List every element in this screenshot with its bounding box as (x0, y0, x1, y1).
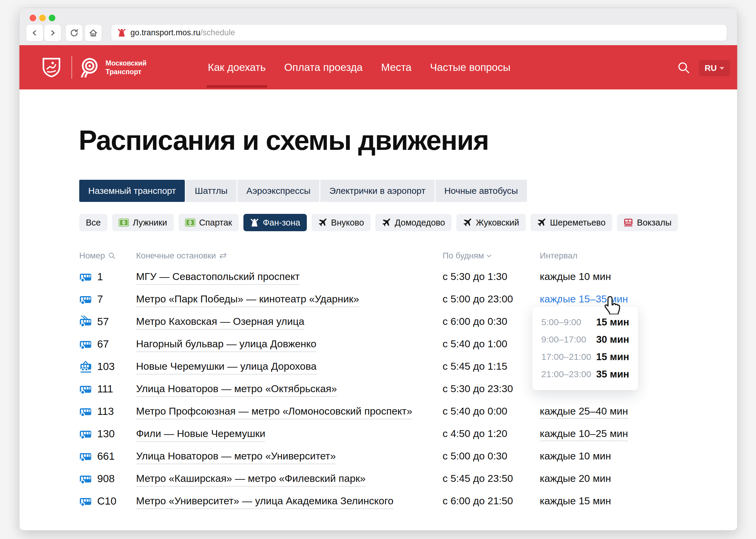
header-weekdays[interactable]: По будням (443, 251, 540, 261)
tooltip-time-range: 5:00–9:00 (541, 317, 581, 327)
route-weekday-hours: с 5:00 до 0:30 (443, 450, 540, 462)
route-number: 130 (97, 428, 114, 440)
filter-vnukovo[interactable]: Внуково (312, 214, 370, 231)
route-weekday-hours: с 5:30 до 1:30 (443, 271, 540, 282)
table-row: С10 Метро «Университет» — улица Академик… (79, 490, 656, 512)
route-interval: каждые 10 мин (540, 271, 611, 282)
home-icon (89, 28, 98, 38)
close-window-button[interactable] (30, 15, 36, 21)
fan-icon (250, 218, 259, 227)
route-stops-link[interactable]: Нагорный бульвар — улица Довженко (136, 338, 316, 352)
bus-icon (79, 450, 92, 463)
filter-luzhniki[interactable]: Лужники (112, 214, 174, 231)
route-stops-link[interactable]: Метро «Университет» — улица Академика Зе… (136, 495, 394, 509)
tooltip-time-range: 21:00–23:00 (541, 369, 591, 379)
nav-item-how-to-get[interactable]: Как доехать (208, 45, 266, 89)
filter-all[interactable]: Все (79, 214, 107, 231)
transport-tabs: Наземный транспорт Шаттлы Аэроэкспрессы … (79, 180, 527, 202)
browser-home-button[interactable] (85, 24, 102, 41)
url-bar[interactable]: go.transport.mos.ru/schedule (111, 24, 727, 41)
site-header: Московский Транспорт Как доехать Оплата … (20, 45, 737, 89)
filter-zhukovsky[interactable]: Жуковский (456, 214, 526, 231)
route-number: 908 (97, 473, 114, 485)
route-number: 7 (97, 293, 103, 305)
filter-sheremetyevo[interactable]: Шереметьево (531, 214, 612, 231)
filter-spartak[interactable]: Спартак (179, 214, 239, 231)
maximize-window-button[interactable] (49, 15, 55, 21)
brand-line-1: Московский (106, 59, 147, 68)
bus-icon (79, 427, 92, 440)
nav-item-places[interactable]: Места (381, 45, 412, 89)
bus-icon (79, 382, 92, 395)
mouse-cursor-hand-icon (603, 295, 622, 314)
stadium-icon (119, 219, 129, 226)
filter-chips: Все Лужники Спартак Фан-зона Внуково Дом… (79, 214, 678, 231)
filter-rail-terminals[interactable]: Вокзалы (617, 214, 678, 231)
route-weekday-hours: с 4:50 до 1:20 (443, 428, 540, 439)
chevron-down-icon (487, 255, 491, 257)
plane-icon (318, 218, 327, 227)
browser-forward-button[interactable] (44, 24, 61, 41)
route-stops-link[interactable]: Метро Профсоюзная — метро «Ломоносовский… (136, 405, 413, 420)
route-interval: каждые 20 мин (540, 473, 611, 484)
bus-icon (79, 405, 92, 418)
header-number: Номер (79, 251, 136, 261)
browser-reload-button[interactable] (65, 24, 83, 41)
bus-icon (79, 270, 92, 283)
swap-direction-icon[interactable] (219, 253, 227, 259)
train-icon (624, 218, 633, 227)
header-terminal-stops: Конечные остановки (136, 251, 443, 261)
route-stops-link[interactable]: Метро «Парк Победы» — кинотеатр «Ударник… (136, 293, 359, 307)
reload-icon (69, 28, 79, 38)
route-interval: каждые 10 мин (540, 450, 611, 462)
nav-item-fare-payment[interactable]: Оплата проезда (284, 45, 363, 89)
minimize-window-button[interactable] (39, 15, 46, 21)
tooltip-row: 5:00–9:00 15 мин (541, 313, 629, 331)
route-stops-link[interactable]: Улица Новаторов — метро «Октябрьская» (136, 383, 337, 397)
route-weekday-hours: с 5:45 до 1:15 (443, 360, 540, 372)
route-interval-link[interactable]: каждые 10–25 мин (540, 428, 628, 441)
route-stops-link[interactable]: МГУ — Севастопольский проспект (136, 271, 300, 285)
route-stops-link[interactable]: Фили — Новые Черемушки (136, 428, 265, 442)
route-interval: каждые 15 мин (540, 495, 611, 506)
plane-icon (537, 218, 546, 227)
url-path: /schedule (200, 28, 235, 38)
route-interval-link[interactable]: каждые 25–40 мин (540, 405, 628, 419)
search-number-icon[interactable] (108, 252, 116, 260)
route-weekday-hours: с 5:40 до 1:00 (443, 338, 540, 350)
route-stops-link[interactable]: Метро Каховская — Озерная улица (136, 316, 304, 330)
route-weekday-hours: с 5:45 до 23:50 (443, 473, 540, 484)
plane-icon (382, 218, 391, 227)
route-number: 103 (97, 360, 114, 372)
tab-night-buses[interactable]: Ночные автобусы (435, 180, 527, 202)
tooltip-interval-value: 30 мин (596, 334, 629, 345)
filter-fan-zone[interactable]: Фан-зона (244, 214, 307, 231)
nav-item-faq[interactable]: Частые вопросы (430, 45, 510, 89)
header-interval: Интервал (540, 251, 656, 261)
tooltip-interval-value: 15 мин (596, 351, 629, 362)
route-stops-link[interactable]: Новые Черемушки — улица Дорохова (136, 360, 316, 374)
site-favicon-fan-icon (117, 28, 126, 37)
search-icon[interactable] (677, 61, 691, 74)
table-row: 130 Фили — Новые Черемушки с 4:50 до 1:2… (79, 423, 656, 445)
tab-shuttles[interactable]: Шаттлы (186, 180, 236, 202)
browser-back-button[interactable] (26, 24, 43, 41)
main-nav: Как доехать Оплата проезда Места Частые … (208, 45, 510, 89)
route-weekday-hours: с 5:30 до 23:30 (443, 383, 540, 395)
table-row: 661 Улица Новаторов — метро «Университет… (79, 445, 656, 467)
screenshot-stage: go.transport.mos.ru/schedule Московский … (0, 0, 756, 539)
route-stops-link[interactable]: Улица Новаторов — метро «Университет» (136, 450, 336, 464)
route-number: 661 (97, 450, 114, 462)
language-selector[interactable]: RU (699, 60, 730, 76)
route-stops-link[interactable]: Метро «Каширская» — метро «Филевский пар… (136, 473, 365, 487)
moscow-transport-logo-icon (79, 57, 99, 77)
tab-aeroexpress[interactable]: Аэроэкспрессы (237, 180, 319, 202)
tab-airport-trains[interactable]: Электрички в аэропорт (320, 180, 434, 202)
route-weekday-hours: с 6:00 до 21:50 (443, 495, 540, 507)
tram-icon (79, 360, 92, 373)
forward-icon (48, 28, 57, 38)
route-number: 113 (97, 405, 114, 417)
route-weekday-hours: с 5:40 до 0:00 (443, 405, 540, 417)
tab-ground-transport[interactable]: Наземный транспорт (79, 180, 185, 202)
filter-domodedovo[interactable]: Домодедово (375, 214, 452, 231)
